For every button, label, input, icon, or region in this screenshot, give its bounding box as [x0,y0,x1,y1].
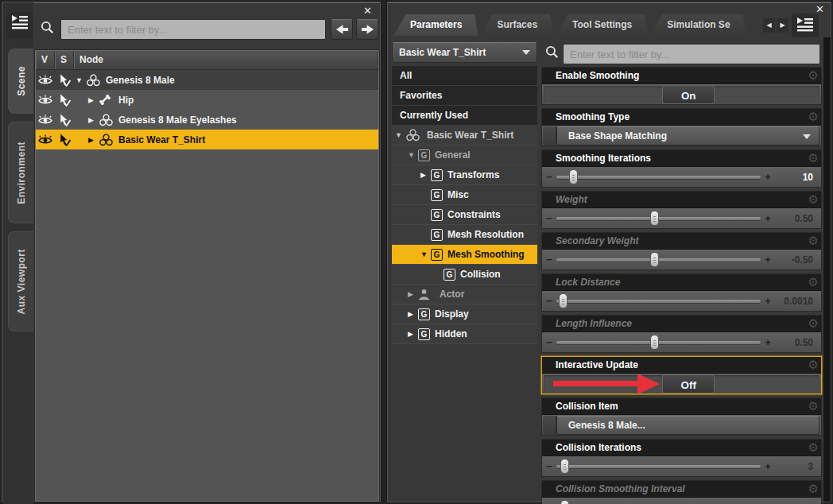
param-dropdown[interactable]: Base Shape Matching [556,126,819,145]
decrement-button[interactable]: − [542,212,556,224]
sidebar-tab-aux-viewport[interactable]: Aux Viewport [8,231,33,331]
tab-simulation-se[interactable]: Simulation Se [651,14,746,36]
expander-collapsed-icon[interactable]: ▶ [408,290,418,298]
gear-icon[interactable]: ⚙ [808,276,819,288]
scene-node-row[interactable]: ▶ Hip [36,90,378,110]
tab-parameters[interactable]: Parameters [394,14,478,36]
param-group-basic-wear-t-shirt[interactable]: ▼ Basic Wear T_Shirt [392,126,537,145]
selection-cursor-icon[interactable] [55,74,74,87]
gear-icon[interactable]: ⚙ [808,317,819,329]
expander-collapsed-icon[interactable]: ▶ [408,310,418,318]
param-filter-input[interactable] [563,44,820,64]
param-value[interactable]: 0.50 [775,337,821,348]
slider-track[interactable] [556,465,761,468]
scene-node-row[interactable]: ▶ Basic Wear T_Shirt [36,130,378,149]
param-group-mesh-resolution[interactable]: GMesh Resolution [392,225,537,245]
increment-button[interactable]: + [761,460,775,472]
decrement-button[interactable]: − [542,336,556,348]
panel-menu-button[interactable] [6,12,33,39]
filter-next-button[interactable] [356,19,378,40]
expander-collapsed-icon[interactable]: ▶ [408,330,418,338]
slider-handle[interactable] [650,335,659,350]
filter-prev-button[interactable] [331,19,353,40]
slider-handle[interactable] [560,500,569,504]
visibility-eye-icon[interactable] [36,75,55,86]
param-group-favorites[interactable]: Favorites [392,86,537,106]
param-group-display[interactable]: ▶GDisplay [392,304,537,324]
increment-button[interactable]: + [761,295,775,307]
decrement-button[interactable]: − [542,295,556,307]
expander-collapsed-icon[interactable]: ▶ [88,96,99,104]
param-button[interactable]: Genesis 8 Male... [556,416,819,435]
sidebar-tab-environment[interactable]: Environment [8,122,33,223]
gear-icon[interactable]: ⚙ [808,400,819,412]
param-group-hidden[interactable]: ▶GHidden [392,324,537,344]
decrement-button[interactable]: − [542,171,556,183]
slider-track[interactable] [556,341,761,344]
gear-icon[interactable]: ⚙ [808,359,819,370]
param-group-misc[interactable]: GMisc [392,185,537,205]
visibility-eye-icon[interactable] [36,114,55,126]
toggle-button[interactable]: Off [662,374,715,394]
gear-icon[interactable]: ⚙ [808,483,819,494]
slider-handle[interactable] [560,459,569,474]
gear-icon[interactable]: ⚙ [808,152,819,164]
parameters-menu-button[interactable] [792,14,819,37]
slider-handle[interactable] [569,169,578,184]
decrement-button[interactable]: − [542,460,556,472]
param-value[interactable]: 0.0010 [775,296,821,307]
expander-expanded-icon[interactable]: ▼ [76,76,86,84]
increment-button[interactable]: + [761,336,775,348]
tab-surfaces[interactable]: Surfaces [481,14,553,36]
slider-track[interactable] [556,217,761,220]
param-value[interactable]: 3 [775,461,821,472]
slider-track[interactable] [556,176,761,179]
slider-handle[interactable] [650,211,659,226]
param-value[interactable]: -0.50 [775,254,821,266]
tab-tool-settings[interactable]: Tool Settings [556,14,648,36]
selection-cursor-icon[interactable] [55,94,74,107]
expander-expanded-icon[interactable]: ▼ [395,131,405,139]
gear-icon[interactable]: ⚙ [808,69,819,81]
column-selectability[interactable]: S [55,51,74,69]
param-group-general[interactable]: ▼GGeneral [392,145,537,165]
column-node[interactable]: Node [74,51,378,69]
gear-icon[interactable]: ⚙ [808,110,819,122]
scene-filter-input[interactable] [60,19,326,40]
tab-scroll-left[interactable]: ◀ [763,18,775,33]
gear-icon[interactable]: ⚙ [808,441,819,453]
param-group-all[interactable]: All [392,66,537,86]
node-selector-dropdown[interactable]: Basic Wear T_Shirt [392,42,537,63]
param-value[interactable]: 10 [775,172,821,183]
slider-track[interactable] [556,300,761,303]
visibility-eye-icon[interactable] [36,95,55,106]
gear-icon[interactable]: ⚙ [808,193,819,205]
param-value[interactable]: 0.50 [775,213,821,224]
scene-node-row[interactable]: ▼ Genesis 8 Male [36,70,378,90]
increment-button[interactable]: + [761,212,775,224]
expander-expanded-icon[interactable]: ▼ [420,250,431,258]
expander-collapsed-icon[interactable]: ▶ [420,171,431,179]
sidebar-tab-scene[interactable]: Scene [8,48,33,114]
expander-collapsed-icon[interactable]: ▶ [88,116,99,124]
selection-cursor-icon[interactable] [55,114,74,126]
increment-button[interactable]: + [761,254,775,266]
param-group-mesh-smoothing[interactable]: ▼GMesh Smoothing [392,245,537,265]
expander-expanded-icon[interactable]: ▼ [408,151,418,159]
slider-handle[interactable] [559,293,568,308]
expander-collapsed-icon[interactable]: ▶ [88,136,99,144]
tab-scroll-right[interactable]: ▶ [777,18,788,33]
slider-track[interactable] [556,258,761,262]
param-group-actor[interactable]: ▶ Actor [392,285,537,304]
column-visibility[interactable]: V [36,51,55,69]
selection-cursor-icon[interactable] [55,134,74,146]
gear-icon[interactable]: ⚙ [808,235,819,246]
slider-handle[interactable] [650,252,659,267]
scene-node-row[interactable]: ▶ Genesis 8 Male Eyelashes [36,110,378,130]
parameters-panel-close-icon[interactable]: ✕ [816,4,824,14]
toggle-button[interactable]: On [662,85,715,104]
param-group-constraints[interactable]: GConstraints [392,205,537,225]
param-group-transforms[interactable]: ▶GTransforms [392,165,537,185]
scene-panel-close-icon[interactable]: ✕ [363,6,372,16]
param-group-collision[interactable]: GCollision [392,265,537,285]
